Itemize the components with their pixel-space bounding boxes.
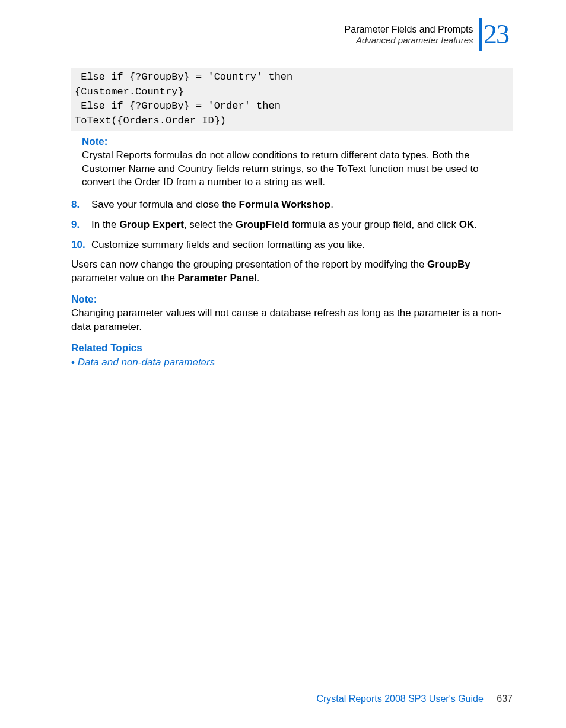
note-2: Note: Changing parameter values will not… [71,294,513,334]
steps-list: 8. Save your formula and close the Formu… [71,198,513,252]
related-topics-list: Data and non-data parameters [71,357,513,368]
chapter-number: 23 [484,19,508,49]
body-paragraph: Users can now change the grouping presen… [71,258,513,285]
code-block: Else if {?GroupBy} = 'Country' then {Cus… [71,68,513,131]
related-topics-heading: Related Topics [71,342,513,354]
note-1: Note: Crystal Reports formulas do not al… [82,136,513,190]
header-title: Parameter Fields and Prompts [345,24,473,34]
note-label: Note: [71,294,513,306]
header-text: Parameter Fields and Prompts Advanced pa… [345,24,473,45]
step-8: 8. Save your formula and close the Formu… [71,198,513,212]
related-topic-link[interactable]: Data and non-data parameters [78,357,215,368]
step-number: 9. [71,218,80,232]
step-text: Customize summary fields and section for… [91,239,365,250]
step-9: 9. In the Group Expert, select the Group… [71,218,513,232]
footer-text: Crystal Reports 2008 SP3 User's Guide [316,694,483,704]
chapter-bar-icon [479,18,482,51]
step-number: 8. [71,198,80,212]
page-header: Parameter Fields and Prompts Advanced pa… [71,18,513,51]
step-text: In the Group Expert, select the GroupFie… [91,219,477,230]
chapter-badge: 23 [479,18,513,51]
note-body: Changing parameter values will not cause… [71,307,513,334]
step-10: 10. Customize summary fields and section… [71,238,513,252]
header-subtitle: Advanced parameter features [345,35,473,45]
page-number: 637 [497,694,513,704]
step-number: 10. [71,238,85,252]
step-text: Save your formula and close the Formula … [91,199,333,210]
related-topic-item[interactable]: Data and non-data parameters [71,357,513,368]
note-label: Note: [82,136,513,148]
page-footer: Crystal Reports 2008 SP3 User's Guide 63… [316,694,513,704]
note-body: Crystal Reports formulas do not allow co… [82,149,513,190]
